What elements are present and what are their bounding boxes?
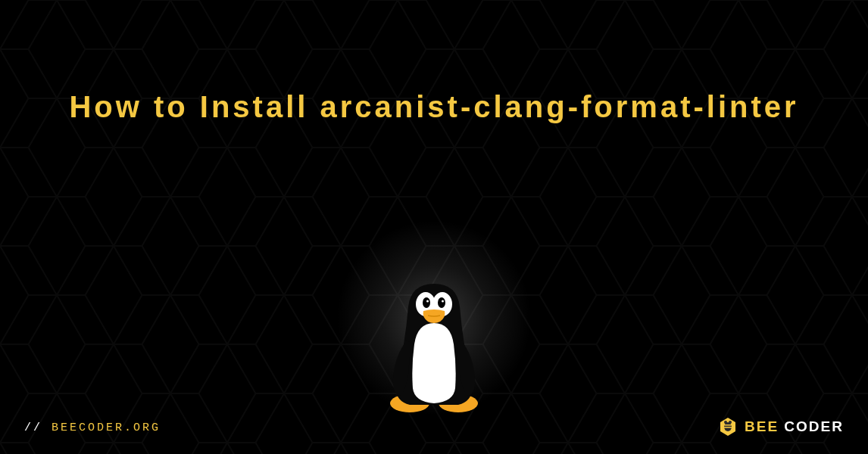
bee-hexagon-icon [717, 416, 738, 437]
brand-bee: BEE [745, 418, 779, 434]
tux-penguin-icon [373, 269, 495, 412]
svg-point-5 [423, 297, 430, 308]
url-slashes: // [24, 421, 52, 434]
svg-point-12 [724, 421, 727, 424]
title-container: How to Install arcanist-clang-format-lin… [0, 72, 868, 141]
svg-point-13 [729, 421, 732, 424]
svg-rect-10 [724, 424, 732, 426]
brand-logo-container: BEE CODER [717, 416, 844, 437]
site-url: // BEECODER.ORG [24, 421, 161, 434]
url-text: BEECODER.ORG [52, 421, 161, 434]
brand-text: BEE CODER [745, 418, 844, 435]
svg-rect-11 [724, 427, 732, 428]
brand-coder: CODER [779, 418, 844, 434]
svg-point-7 [426, 300, 429, 303]
svg-point-8 [442, 300, 444, 303]
svg-point-6 [438, 297, 445, 308]
page-title: How to Install arcanist-clang-format-lin… [45, 72, 823, 141]
